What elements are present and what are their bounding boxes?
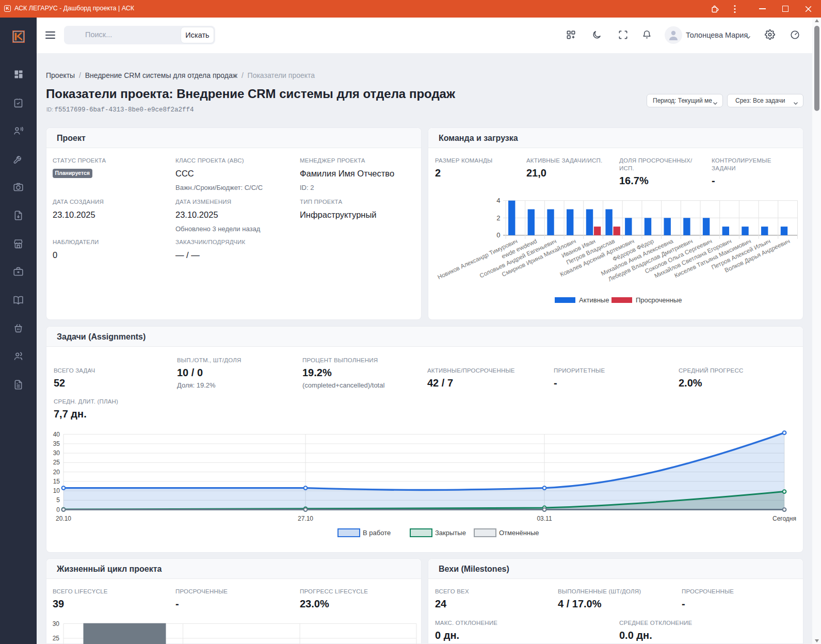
svg-text:0: 0 xyxy=(56,506,60,513)
svg-text:4: 4 xyxy=(496,197,500,204)
svg-text:15: 15 xyxy=(53,478,60,485)
svg-text:Отменённые: Отменённые xyxy=(499,529,539,537)
svg-text:25: 25 xyxy=(53,635,60,642)
svg-text:5: 5 xyxy=(56,496,60,504)
svg-text:27.10: 27.10 xyxy=(298,515,313,522)
svg-text:2: 2 xyxy=(496,214,500,222)
svg-text:30: 30 xyxy=(53,449,60,457)
svg-text:Закрытые: Закрытые xyxy=(435,529,466,537)
svg-text:03.11: 03.11 xyxy=(537,515,552,522)
svg-text:Сегодня: Сегодня xyxy=(772,515,796,522)
svg-text:35: 35 xyxy=(53,440,60,447)
svg-text:25: 25 xyxy=(53,459,60,466)
svg-text:30: 30 xyxy=(53,620,60,627)
svg-text:В работе: В работе xyxy=(363,529,391,537)
svg-text:20: 20 xyxy=(53,469,60,476)
svg-text:0: 0 xyxy=(496,231,500,239)
svg-text:Просроченные: Просроченные xyxy=(636,296,682,304)
svg-text:20.10: 20.10 xyxy=(56,515,71,522)
svg-text:40: 40 xyxy=(53,431,60,438)
svg-text:10: 10 xyxy=(53,487,60,494)
svg-text:Активные: Активные xyxy=(579,296,609,304)
